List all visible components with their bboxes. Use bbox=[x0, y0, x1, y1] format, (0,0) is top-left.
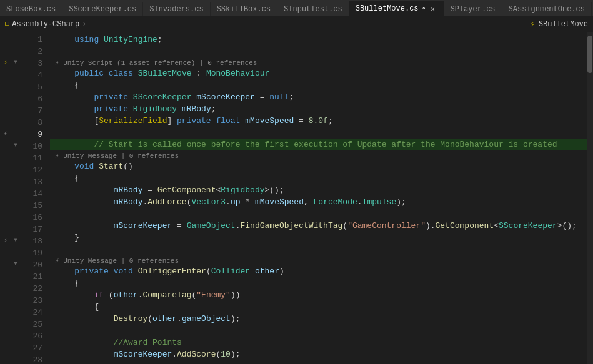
code-line-17 bbox=[50, 243, 593, 255]
code-line-18: private void OnTriggerEnter(Collider oth… bbox=[50, 265, 593, 277]
unity-ref-line3: ⚡ Unity Script (1 asset reference) | 0 r… bbox=[50, 57, 593, 67]
unity-icon-line3: ⚡ bbox=[0, 56, 11, 68]
tab-label: SBulletMove.cs bbox=[356, 4, 419, 13]
code-line-11: { bbox=[50, 172, 593, 184]
line-num-2: 2 bbox=[20, 46, 42, 57]
editor-area: ⚡ ⚡ ⚡ ▼ ▼ ▼ ▼ 1 2 3 4 5 6 7 8 bbox=[0, 32, 593, 364]
line-num-12: 12 bbox=[20, 164, 42, 176]
tab-sbulletmove[interactable]: SBulletMove.cs ⚬ ✕ bbox=[349, 1, 444, 16]
code-line-24: //Award Points bbox=[50, 337, 593, 348]
line-num-24: 24 bbox=[20, 307, 42, 318]
vertical-scrollbar[interactable] bbox=[587, 32, 593, 364]
line-num-13: 13 bbox=[20, 176, 42, 188]
code-line-13: mRBody.AddForce(Vector3.up * mMoveSpeed,… bbox=[50, 196, 593, 208]
code-line-22: Destroy(other.gameObject); bbox=[50, 313, 593, 325]
line-num-9: 9 bbox=[20, 129, 42, 140]
breadcrumb-symbol-area: ⚡ SBulletMove bbox=[530, 19, 588, 29]
breadcrumb-separator: › bbox=[82, 20, 86, 29]
fold-marker-10[interactable]: ▼ bbox=[11, 139, 20, 151]
line-num-27: 27 bbox=[20, 342, 42, 354]
tab-label: SInputTest.cs bbox=[284, 5, 342, 14]
tab-label: SSkillBox.cs bbox=[217, 5, 271, 14]
line-num-23: 23 bbox=[20, 295, 42, 307]
line-num-21: 21 bbox=[20, 271, 42, 283]
line-num-16: 16 bbox=[20, 212, 42, 224]
line-num-17: 17 bbox=[20, 224, 42, 235]
code-line-2 bbox=[50, 46, 593, 57]
tab-splayer[interactable]: SPlayer.cs bbox=[444, 2, 502, 16]
line-num-28: 28 bbox=[20, 354, 42, 364]
code-line-23 bbox=[50, 325, 593, 337]
tab-bar: SLoseBox.cs SScoreKeeper.cs SInvaders.cs… bbox=[0, 0, 593, 16]
tab-label: SPlayer.cs bbox=[451, 5, 496, 14]
code-line-19: { bbox=[50, 277, 593, 289]
line-num-8: 8 bbox=[20, 117, 42, 129]
breadcrumb-project-icon: ⊞ bbox=[5, 19, 9, 29]
line-num-3: 3 bbox=[20, 57, 42, 69]
fold-marker-20[interactable]: ▼ bbox=[11, 258, 20, 270]
line-num-26: 26 bbox=[20, 330, 42, 342]
tab-close-button[interactable]: ✕ bbox=[429, 4, 437, 13]
line-num-5: 5 bbox=[20, 81, 42, 93]
tab-sinvaders[interactable]: SInvaders.cs bbox=[143, 2, 210, 16]
line-num-6: 6 bbox=[20, 93, 42, 105]
tab-sinputtest[interactable]: SInputTest.cs bbox=[277, 2, 349, 16]
tab-sskillbox[interactable]: SSkillBox.cs bbox=[211, 2, 277, 16]
code-line-20: if (other.CompareTag("Enemy")) bbox=[50, 289, 593, 301]
editor-container: SLoseBox.cs SScoreKeeper.cs SInvaders.cs… bbox=[0, 0, 593, 364]
line-num-18: 18 bbox=[20, 235, 42, 247]
line-num-4: 4 bbox=[20, 69, 42, 81]
code-line-5: private SScoreKeeper mScoreKeeper = null… bbox=[50, 91, 593, 103]
unity-ref-line10: ⚡ Unity Message | 0 references bbox=[50, 150, 593, 160]
tab-modified-icon: ⚬ bbox=[421, 5, 426, 12]
code-line-8 bbox=[50, 127, 593, 139]
breadcrumb-bar: ⊞ Assembly-CSharp › ⚡ SBulletMove bbox=[0, 16, 593, 32]
line-number-gutter: 1 2 3 4 5 6 7 8 9 10 11 12 13 14 15 16 1… bbox=[20, 32, 50, 364]
tab-sassignmentone[interactable]: SAssignmentOne.cs bbox=[502, 2, 592, 16]
unity-ref-line18: ⚡ Unity Message | 0 references bbox=[50, 255, 593, 265]
code-line-6: private Rigidbody mRBody; bbox=[50, 103, 593, 115]
code-line-14 bbox=[50, 208, 593, 220]
scrollbar-thumb[interactable] bbox=[587, 36, 592, 73]
tab-label: SInvaders.cs bbox=[149, 5, 203, 14]
code-line-15: mScoreKeeper = GameObject.FindGameObject… bbox=[50, 220, 593, 232]
code-line-3: public class SBulletMove : MonoBehaviour bbox=[50, 67, 593, 79]
line-num-11: 11 bbox=[20, 152, 42, 164]
fold-marker-18[interactable]: ▼ bbox=[11, 234, 20, 246]
breadcrumb-symbol[interactable]: SBulletMove bbox=[539, 20, 588, 29]
line-num-20: 20 bbox=[20, 259, 42, 271]
breadcrumb-project[interactable]: Assembly-CSharp bbox=[12, 20, 79, 29]
line-num-7: 7 bbox=[20, 105, 42, 117]
code-line-12: mRBody = GetComponent<Rigidbody>(); bbox=[50, 184, 593, 196]
line-num-14: 14 bbox=[20, 188, 42, 200]
line-num-15: 15 bbox=[20, 200, 42, 212]
unity-icon-line18: ⚡ bbox=[0, 234, 11, 246]
code-line-25: mScoreKeeper.AddScore(10); bbox=[50, 348, 593, 360]
line-num-10: 10 bbox=[20, 140, 42, 152]
code-line-4: { bbox=[50, 79, 593, 91]
code-line-21: { bbox=[50, 301, 593, 313]
line-num-22: 22 bbox=[20, 283, 42, 295]
code-line-7: [SerializeField] private float mMoveSpee… bbox=[50, 115, 593, 127]
breadcrumb-symbol-icon: ⚡ bbox=[530, 19, 535, 29]
code-line-1: using UnityEngine; bbox=[50, 34, 593, 46]
code-line-26 bbox=[50, 360, 593, 364]
fold-gutter: ▼ ▼ ▼ ▼ bbox=[11, 32, 20, 364]
code-line-16: } bbox=[50, 232, 593, 243]
left-margin: ⚡ ⚡ ⚡ bbox=[0, 32, 11, 364]
tab-slosebox[interactable]: SLoseBox.cs bbox=[0, 2, 62, 16]
line-num-1: 1 bbox=[20, 34, 42, 46]
tab-sscorekeeper[interactable]: SScoreKeeper.cs bbox=[62, 2, 143, 16]
tab-label: SLoseBox.cs bbox=[6, 5, 56, 14]
fold-marker-3[interactable]: ▼ bbox=[11, 56, 20, 68]
line-num-19: 19 bbox=[20, 247, 42, 259]
tab-label: SScoreKeeper.cs bbox=[69, 5, 136, 14]
code-line-10: void Start() bbox=[50, 160, 593, 172]
tab-label: SAssignmentOne.cs bbox=[509, 5, 585, 14]
code-line-9: // Start is called once before the first… bbox=[50, 139, 593, 150]
code-editor[interactable]: using UnityEngine; ⚡ Unity Script (1 ass… bbox=[50, 32, 593, 364]
line-num-25: 25 bbox=[20, 318, 42, 330]
